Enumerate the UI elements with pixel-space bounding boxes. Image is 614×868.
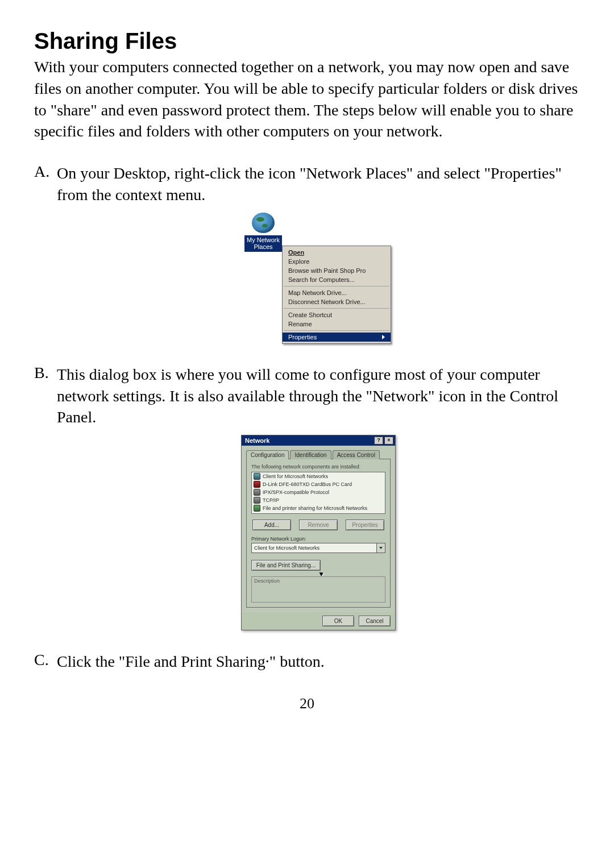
titlebar-close-button[interactable]: × [384, 437, 393, 445]
network-places-desktop-icon[interactable]: My Network Places [244, 213, 282, 252]
tab-pane-configuration: The following network components are ins… [246, 459, 391, 608]
tab-configuration[interactable]: Configuration [246, 450, 289, 459]
ctx-item-rename[interactable]: Rename [283, 319, 391, 329]
step-b-label: B. [34, 364, 57, 382]
client-icon [254, 473, 260, 480]
service-icon [254, 505, 260, 512]
tab-access-control[interactable]: Access Control [333, 450, 380, 459]
list-item[interactable]: IPX/SPX-compatible Protocol [252, 488, 385, 496]
adapter-icon [254, 481, 260, 488]
figure-network-dialog: Network ? × Configuration Identification… [57, 435, 580, 630]
primary-logon-value: Client for Microsoft Networks [252, 543, 376, 553]
step-a-text: On your Desktop, right-click the icon "N… [57, 163, 580, 206]
step-c-label: C. [34, 651, 57, 669]
globe-icon [252, 213, 275, 233]
dialog-tabs: Configuration Identification Access Cont… [246, 450, 391, 459]
step-a: A. On your Desktop, right-click the icon… [34, 163, 580, 343]
ctx-item-map-drive[interactable]: Map Network Drive... [283, 288, 391, 297]
list-item[interactable]: File and printer sharing for Microsoft N… [252, 504, 385, 512]
ctx-item-open[interactable]: Open [283, 248, 391, 257]
add-button[interactable]: Add... [252, 520, 291, 530]
installed-components-label: The following network components are ins… [251, 464, 385, 470]
titlebar-help-button[interactable]: ? [374, 437, 383, 445]
ok-button[interactable]: OK [322, 616, 354, 626]
tab-identification[interactable]: Identification [290, 450, 331, 459]
chevron-down-icon[interactable] [376, 543, 385, 553]
primary-logon-select[interactable]: Client for Microsoft Networks [251, 543, 385, 553]
step-c: C. Click the "File and Print Sharing·" b… [34, 651, 580, 672]
ctx-item-properties[interactable]: Properties [283, 333, 391, 342]
primary-logon-label: Primary Network Logon: [251, 536, 385, 542]
ctx-item-disconnect-drive[interactable]: Disconnect Network Drive... [283, 297, 391, 306]
properties-button[interactable]: Properties [346, 520, 384, 530]
document-page: Sharing Files With your computers connec… [0, 0, 614, 868]
step-b: B. This dialog box is where you will com… [34, 364, 580, 630]
ctx-item-browse-psp[interactable]: Browse with Paint Shop Pro [283, 266, 391, 275]
network-dialog: Network ? × Configuration Identification… [241, 435, 396, 630]
cancel-button[interactable]: Cancel [359, 616, 391, 626]
chevron-right-icon [382, 335, 385, 339]
step-a-label: A. [34, 163, 57, 181]
remove-button[interactable]: Remove [299, 520, 338, 530]
ctx-item-explore[interactable]: Explore [283, 257, 391, 266]
list-item[interactable]: Client for Microsoft Networks [252, 472, 385, 480]
list-item[interactable]: TCP/IP [252, 496, 385, 504]
page-number: 20 [34, 695, 580, 712]
description-box: Description [251, 576, 385, 603]
step-b-text: This dialog box is where you will come t… [57, 364, 580, 428]
network-components-list[interactable]: Client for Microsoft Networks D-Link DFE… [251, 472, 385, 514]
dialog-titlebar: Network ? × [242, 435, 395, 446]
step-c-text: Click the "File and Print Sharing·" butt… [57, 651, 580, 672]
protocol-icon [254, 489, 260, 496]
context-menu: Open Explore Browse with Paint Shop Pro … [282, 246, 391, 344]
ctx-item-create-shortcut[interactable]: Create Shortcut [283, 310, 391, 319]
ctx-item-search-computers[interactable]: Search for Computers... [283, 275, 391, 284]
list-item[interactable]: D-Link DFE-680TXD CardBus PC Card [252, 480, 385, 488]
figure-context-menu: My Network Places Open Explore Browse wi… [57, 213, 580, 343]
file-print-sharing-button[interactable]: File and Print Sharing... [251, 560, 321, 571]
page-title: Sharing Files [34, 28, 580, 54]
network-places-icon-label: My Network Places [244, 235, 282, 252]
dialog-title-text: Network [245, 437, 269, 444]
description-label: Description [254, 578, 280, 584]
protocol-icon [254, 497, 260, 504]
intro-paragraph: With your computers connected together o… [34, 56, 580, 142]
